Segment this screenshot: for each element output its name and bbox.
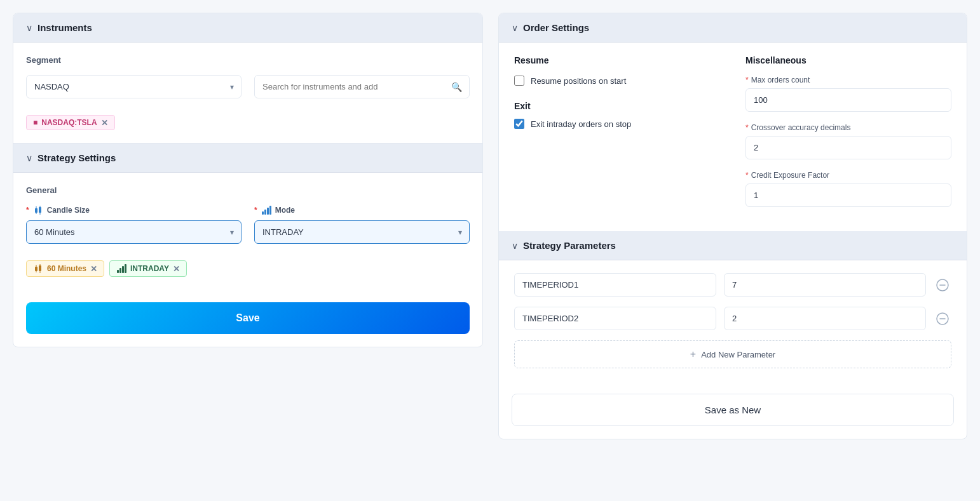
strategy-section-header: ∨ Strategy Settings: [13, 144, 482, 173]
mode-tag-remove[interactable]: ✕: [173, 265, 180, 273]
mode-tag-label: INTRADAY: [130, 264, 169, 273]
mode-select[interactable]: INTRADAY POSITIONAL SWING: [254, 220, 470, 244]
exit-checkbox[interactable]: [514, 119, 524, 129]
order-settings-header: ∨ Order Settings: [499, 13, 967, 43]
mode-tag: INTRADAY ✕: [109, 260, 187, 277]
left-panel: ∨ Instruments Segment NASDAQ NYSE BSE NS…: [13, 13, 483, 347]
instruments-row: NASDAQ NYSE BSE NSE 🔍: [26, 75, 470, 109]
candle-size-select-wrapper: 1 Minute 5 Minutes 15 Minutes 30 Minutes…: [26, 220, 242, 244]
strategy-fields-row: * Candle Size 1 Minute 5 Minutes: [26, 205, 470, 254]
order-settings-panel: ∨ Order Settings Resume Resume positions…: [498, 13, 967, 439]
svg-rect-19: [125, 264, 126, 273]
strategy-chevron-icon[interactable]: ∨: [26, 153, 32, 163]
max-orders-field: * Max orders count: [745, 76, 951, 112]
mode-required: *: [254, 206, 257, 215]
strategy-settings-title: Strategy Settings: [37, 152, 116, 163]
candle-tag-icon: [33, 264, 43, 274]
search-icon: 🔍: [451, 82, 462, 92]
general-label: General: [26, 185, 470, 195]
credit-label-text: Credit Exposure Factor: [751, 171, 829, 180]
candle-tag-label: 60 Minutes: [47, 264, 86, 273]
crossover-label-text: Crossover accuracy decimals: [751, 123, 851, 132]
param-value-2[interactable]: [724, 307, 926, 330]
svg-rect-7: [264, 210, 266, 215]
resume-checkbox-label: Resume positions on start: [531, 76, 626, 86]
resume-checkbox[interactable]: [514, 76, 524, 86]
candle-size-select[interactable]: 1 Minute 5 Minutes 15 Minutes 30 Minutes…: [26, 220, 242, 244]
candle-size-text: Candle Size: [47, 206, 90, 215]
svg-rect-1: [36, 206, 36, 208]
mode-select-wrapper: INTRADAY POSITIONAL SWING: [254, 220, 470, 244]
mode-icon: [261, 205, 271, 215]
candle-tag-remove[interactable]: ✕: [90, 265, 97, 273]
remove-icon-1: [936, 279, 949, 291]
svg-rect-10: [35, 267, 37, 271]
svg-rect-16: [117, 270, 119, 273]
max-orders-label: * Max orders count: [745, 76, 951, 84]
save-button[interactable]: Save: [26, 302, 470, 334]
save-as-new-button[interactable]: Save as New: [512, 394, 954, 426]
plus-icon: +: [690, 349, 696, 360]
exit-label: Exit: [514, 101, 720, 111]
svg-rect-5: [39, 213, 40, 215]
order-settings-body: Resume Resume positions on start Exit Ex…: [499, 43, 967, 231]
strategy-params-chevron[interactable]: ∨: [512, 241, 518, 251]
candle-icon: [33, 205, 43, 215]
mode-group: * Mode INTRADAY POSITIONAL SWING: [254, 205, 470, 244]
strategy-params-title: Strategy Parameters: [523, 240, 616, 251]
max-orders-input[interactable]: [745, 88, 951, 112]
instrument-search-group: 🔍: [254, 75, 470, 98]
order-settings-cols: Resume Resume positions on start Exit Ex…: [514, 55, 951, 218]
strategy-body: General * Candle Size: [13, 173, 482, 290]
instrument-search-wrapper: 🔍: [254, 75, 470, 98]
svg-rect-6: [262, 211, 264, 215]
credit-exposure-label: * Credit Exposure Factor: [745, 171, 951, 180]
mode-label: * Mode: [254, 205, 470, 215]
add-param-label: Add New Parameter: [701, 350, 775, 359]
svg-rect-14: [40, 264, 41, 265]
add-new-parameter-button[interactable]: + Add New Parameter: [514, 340, 951, 368]
svg-rect-12: [36, 271, 37, 272]
param-row-1: [514, 273, 951, 297]
crossover-field: * Crossover accuracy decimals: [745, 123, 951, 159]
instrument-tags: ■ NASDAQ:TSLA ✕: [26, 109, 470, 130]
segment-select[interactable]: NASDAQ NYSE BSE NSE: [26, 75, 242, 98]
candle-size-label: * Candle Size: [26, 205, 242, 215]
param-value-1[interactable]: [724, 273, 926, 297]
param-name-2[interactable]: [514, 307, 716, 330]
svg-rect-15: [40, 271, 41, 273]
strategy-params-header: ∨ Strategy Parameters: [499, 231, 967, 260]
param-name-1[interactable]: [514, 273, 716, 297]
right-column: ∨ Order Settings Resume Resume positions…: [498, 13, 967, 439]
exit-checkbox-label: Exit intraday orders on stop: [531, 119, 631, 129]
instruments-section-header: ∨ Instruments: [13, 13, 482, 43]
instruments-chevron-icon[interactable]: ∨: [26, 23, 32, 33]
instrument-tag-remove[interactable]: ✕: [101, 119, 108, 127]
mode-tag-icon: [116, 264, 126, 274]
credit-exposure-input[interactable]: [745, 184, 951, 207]
instrument-tag-tsla: ■ NASDAQ:TSLA ✕: [26, 115, 115, 130]
max-orders-label-text: Max orders count: [751, 76, 810, 84]
crossover-input[interactable]: [745, 136, 951, 159]
resume-checkbox-row: Resume positions on start: [514, 76, 720, 86]
svg-rect-9: [269, 206, 271, 215]
svg-rect-11: [36, 265, 37, 267]
segment-select-wrapper: NASDAQ NYSE BSE NSE: [26, 75, 242, 98]
instruments-title: Instruments: [37, 22, 92, 33]
svg-rect-0: [35, 208, 37, 213]
remove-icon-2: [936, 312, 949, 325]
order-settings-chevron[interactable]: ∨: [512, 23, 518, 33]
svg-rect-3: [39, 207, 41, 213]
instrument-search-input[interactable]: [254, 75, 470, 98]
exit-checkbox-row: Exit intraday orders on stop: [514, 119, 720, 129]
strategy-params-body: + Add New Parameter: [499, 260, 967, 381]
instruments-body: Segment NASDAQ NYSE BSE NSE 🔍: [13, 43, 482, 143]
segment-label: Segment: [26, 55, 470, 65]
resume-header: Resume: [514, 55, 720, 65]
instrument-tag-icon: ■: [33, 118, 37, 127]
crossover-label: * Crossover accuracy decimals: [745, 123, 951, 132]
param-remove-2[interactable]: [934, 310, 951, 328]
param-remove-1[interactable]: [934, 276, 951, 294]
right-buttons: Save as New: [499, 381, 967, 439]
svg-rect-18: [122, 266, 124, 273]
